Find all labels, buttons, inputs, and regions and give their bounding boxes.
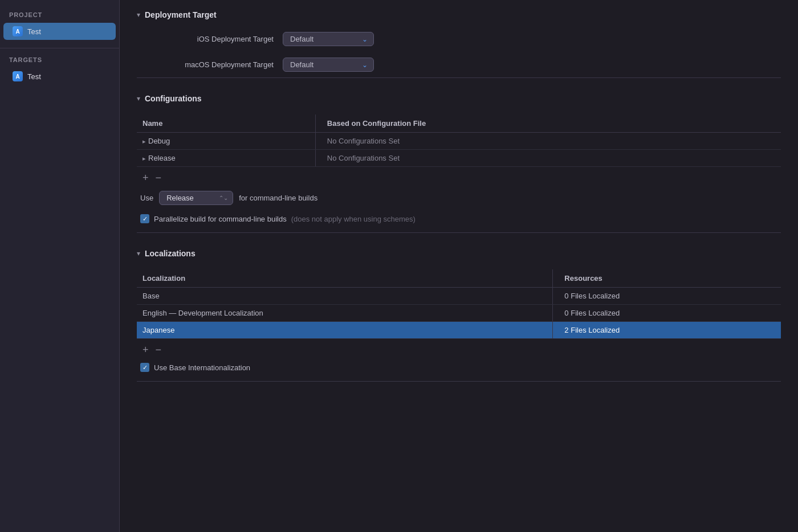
loc-row-localization: Japanese (137, 322, 553, 339)
ios-label: iOS Deployment Target (137, 35, 274, 43)
config-row-file: No Configurations Set (315, 133, 781, 150)
configurations-table: Name Based on Configuration File ▸Debug … (137, 114, 781, 167)
ios-dropdown-value: Default (290, 35, 314, 43)
config-table-controls: + − (137, 167, 781, 186)
localizations-chevron-icon: ▾ (137, 249, 140, 257)
base-intl-label: Use Base Internationalization (154, 363, 250, 372)
loc-table-row[interactable]: Japanese 2 Files Localized (137, 322, 781, 339)
macos-dropdown-arrow-icon: ⌄ (362, 61, 368, 69)
config-row-name: ▸Release (137, 150, 315, 167)
deployment-divider (137, 77, 781, 78)
configurations-section: ▾ Configurations Name Based on Configura… (137, 84, 781, 233)
configurations-title: Configurations (145, 94, 202, 103)
parallelize-note: (does not apply when using schemes) (291, 215, 416, 223)
loc-resources-col-header: Resources (553, 269, 781, 288)
macos-deployment-row: macOS Deployment Target Default ⌄ (137, 52, 781, 77)
targets-section-label: TARGETS (0, 56, 119, 68)
config-row-name: ▸Debug (137, 133, 315, 150)
use-config-combo-arrow-icon: ⌃⌄ (219, 195, 228, 201)
macos-dropdown-value: Default (290, 60, 314, 69)
sidebar: PROJECT A Test TARGETS A Test (0, 0, 120, 532)
ios-dropdown-arrow-icon: ⌄ (362, 35, 368, 43)
loc-row-resources: 2 Files Localized (553, 322, 781, 339)
sidebar-project-item[interactable]: A Test (3, 23, 116, 40)
project-section-label: PROJECT (0, 11, 119, 23)
ios-dropdown[interactable]: Default ⌄ (283, 32, 374, 46)
config-row-file: No Configurations Set (315, 150, 781, 167)
add-localization-button[interactable]: + (140, 345, 151, 355)
deployment-target-title: Deployment Target (145, 10, 217, 19)
use-config-row: Use Release ⌃⌄ for command-line builds (137, 186, 781, 210)
ios-deployment-row: iOS Deployment Target Default ⌄ (137, 26, 781, 52)
configurations-header[interactable]: ▾ Configurations (137, 84, 781, 110)
loc-localization-col-header: Localization (137, 269, 553, 288)
loc-row-localization: English — Development Localization (137, 305, 553, 322)
loc-table-controls: + − (137, 339, 781, 358)
config-table-row[interactable]: ▸Debug No Configurations Set (137, 133, 781, 150)
target-icon: A (13, 71, 23, 81)
loc-table-row[interactable]: Base 0 Files Localized (137, 288, 781, 305)
config-file-col-header: Based on Configuration File (315, 114, 781, 133)
base-intl-checkmark-icon: ✓ (142, 365, 148, 371)
deployment-target-header[interactable]: ▾ Deployment Target (137, 0, 781, 26)
use-config-combo[interactable]: Release ⌃⌄ (159, 191, 233, 205)
base-intl-checkbox[interactable]: ✓ (140, 363, 149, 372)
localizations-title: Localizations (145, 249, 196, 258)
parallelize-label: Parallelize build for command-line build… (154, 215, 287, 223)
configurations-chevron-icon: ▾ (137, 95, 140, 103)
config-table-row[interactable]: ▸Release No Configurations Set (137, 150, 781, 167)
localizations-header[interactable]: ▾ Localizations (137, 239, 781, 265)
main-content: ▾ Deployment Target iOS Deployment Targe… (120, 0, 798, 532)
macos-label: macOS Deployment Target (137, 60, 274, 69)
config-name-col-header: Name (137, 114, 315, 133)
parallelize-checkbox[interactable]: ✓ (140, 214, 149, 223)
loc-table-row[interactable]: English — Development Localization 0 Fil… (137, 305, 781, 322)
parallelize-row: ✓ Parallelize build for command-line bui… (137, 210, 781, 232)
localizations-section: ▾ Localizations Localization Resources B… (137, 239, 781, 382)
add-config-button[interactable]: + (140, 173, 151, 183)
sidebar-target-item[interactable]: A Test (3, 68, 116, 85)
macos-dropdown[interactable]: Default ⌄ (283, 58, 374, 72)
configurations-divider (137, 232, 781, 233)
use-label: Use (140, 194, 153, 202)
deployment-target-section: ▾ Deployment Target iOS Deployment Targe… (137, 0, 781, 78)
deployment-chevron-icon: ▾ (137, 11, 140, 19)
loc-row-resources: 0 Files Localized (553, 288, 781, 305)
target-item-label: Test (27, 72, 41, 81)
remove-config-button[interactable]: − (153, 173, 164, 183)
use-config-value: Release (166, 194, 194, 202)
for-label: for command-line builds (239, 194, 317, 202)
loc-row-resources: 0 Files Localized (553, 305, 781, 322)
base-intl-row: ✓ Use Base Internationalization (137, 358, 781, 381)
sidebar-divider (0, 48, 119, 48)
project-icon: A (13, 26, 23, 36)
checkmark-icon: ✓ (142, 216, 148, 222)
remove-localization-button[interactable]: − (153, 345, 164, 355)
loc-row-localization: Base (137, 288, 553, 305)
project-item-label: Test (27, 27, 41, 36)
localizations-divider (137, 381, 781, 382)
localizations-table: Localization Resources Base 0 Files Loca… (137, 269, 781, 339)
